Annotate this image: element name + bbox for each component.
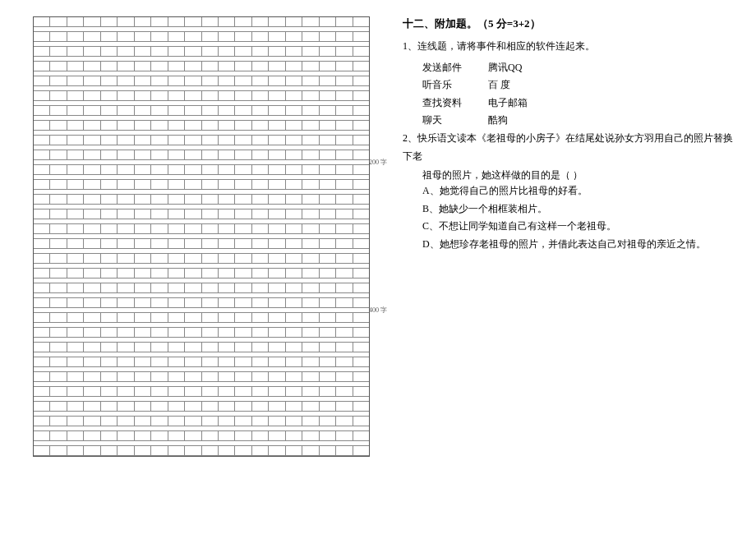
essay-cell xyxy=(302,357,319,366)
essay-cell xyxy=(151,313,168,322)
essay-cell xyxy=(50,357,67,366)
essay-cell xyxy=(50,62,67,71)
essay-cell xyxy=(269,402,285,411)
essay-cell xyxy=(320,209,336,219)
essay-cell xyxy=(320,180,336,189)
essay-row xyxy=(34,372,369,382)
essay-cell xyxy=(219,269,235,278)
essay-row xyxy=(34,269,369,279)
essay-cell xyxy=(34,417,50,426)
essay-cell xyxy=(151,446,168,455)
essay-cell xyxy=(168,328,185,337)
essay-cell xyxy=(168,269,185,278)
essay-cell xyxy=(202,313,219,322)
essay-cell xyxy=(135,298,151,307)
essay-cell xyxy=(219,62,235,71)
essay-cell xyxy=(50,269,67,278)
essay-cell xyxy=(34,76,50,85)
essay-row xyxy=(34,47,369,57)
essay-cell xyxy=(320,165,336,174)
essay-cell xyxy=(34,387,50,396)
essay-cell xyxy=(353,224,369,233)
essay-cell xyxy=(101,76,118,85)
essay-cell xyxy=(219,283,235,292)
essay-row xyxy=(34,195,369,205)
essay-row xyxy=(34,180,369,190)
essay-cell xyxy=(302,150,319,159)
essay-cell xyxy=(67,431,84,440)
essay-cell xyxy=(202,239,219,248)
essay-cell xyxy=(219,417,235,426)
essay-cell xyxy=(135,254,151,263)
essay-cell xyxy=(353,195,369,204)
essay-cell xyxy=(235,106,251,115)
essay-cell xyxy=(269,254,285,263)
essay-cell xyxy=(185,283,201,292)
essay-cell xyxy=(202,136,219,145)
essay-cell xyxy=(235,150,251,159)
essay-cell xyxy=(286,402,302,411)
essay-cell xyxy=(118,417,134,426)
essay-cell xyxy=(101,298,118,307)
essay-cell xyxy=(67,224,84,233)
essay-row xyxy=(34,357,369,367)
essay-cell xyxy=(135,372,151,381)
essay-cell xyxy=(50,195,67,204)
essay-cell xyxy=(118,357,134,366)
essay-cell xyxy=(336,343,353,352)
essay-cell xyxy=(336,417,353,426)
essay-cell xyxy=(50,17,67,26)
essay-cell xyxy=(252,91,269,100)
essay-row xyxy=(34,106,369,116)
section-heading: 附加题。 xyxy=(435,17,477,30)
essay-cell xyxy=(286,62,302,71)
essay-cell xyxy=(235,224,251,233)
grid-spacer xyxy=(34,219,369,224)
essay-cell xyxy=(320,328,336,337)
essay-cell xyxy=(219,180,235,189)
essay-cell xyxy=(269,17,285,26)
essay-cell xyxy=(34,150,50,159)
essay-cell xyxy=(50,372,67,381)
essay-cell xyxy=(320,136,336,145)
essay-cell xyxy=(84,298,100,307)
essay-cell xyxy=(219,239,235,248)
essay-cell xyxy=(353,17,369,26)
essay-cell xyxy=(269,121,285,130)
match-pair: 听音乐百 度 xyxy=(403,76,740,94)
essay-cell xyxy=(286,372,302,381)
essay-cell xyxy=(185,431,201,440)
essay-cell xyxy=(219,254,235,263)
essay-cell xyxy=(135,209,151,219)
essay-cell xyxy=(151,136,168,145)
essay-cell xyxy=(320,387,336,396)
essay-cell xyxy=(219,298,235,307)
essay-cell xyxy=(286,76,302,85)
essay-cell xyxy=(84,283,100,292)
essay-cell xyxy=(269,313,285,322)
essay-cell xyxy=(151,357,168,366)
essay-cell xyxy=(269,283,285,292)
essay-cell xyxy=(286,47,302,56)
essay-cell xyxy=(202,106,219,115)
essay-cell xyxy=(185,328,201,337)
essay-cell xyxy=(151,76,168,85)
essay-cell xyxy=(185,47,201,56)
essay-cell xyxy=(353,402,369,411)
essay-cell xyxy=(320,298,336,307)
essay-cell xyxy=(151,17,168,26)
essay-cell xyxy=(84,150,100,159)
essay-cell xyxy=(252,417,269,426)
essay-cell xyxy=(302,298,319,307)
grid-spacer xyxy=(34,27,369,32)
essay-cell xyxy=(336,239,353,248)
essay-cell xyxy=(67,195,84,204)
essay-cell xyxy=(302,165,319,174)
essay-row xyxy=(34,328,369,338)
essay-cell xyxy=(336,47,353,56)
essay-cell xyxy=(151,62,168,71)
essay-cell xyxy=(353,387,369,396)
essay-cell xyxy=(219,431,235,440)
essay-cell xyxy=(269,224,285,233)
essay-row xyxy=(34,121,369,131)
